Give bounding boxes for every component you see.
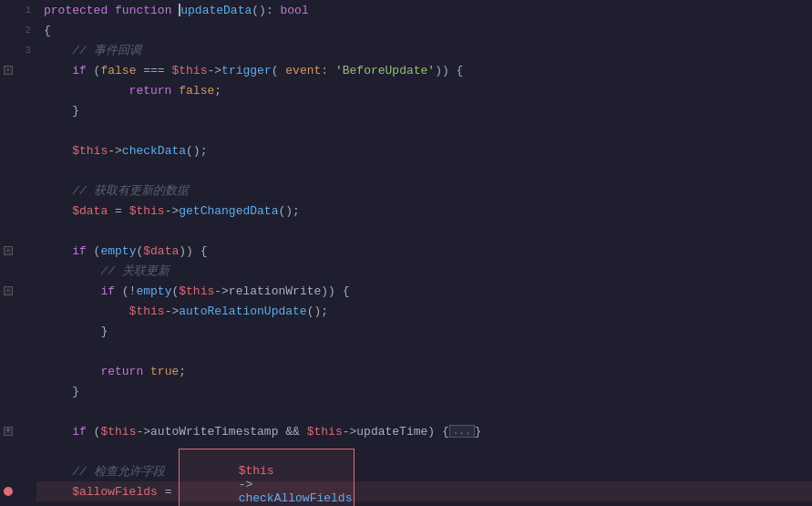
gutter-line-12	[0, 221, 36, 241]
gutter-line-21	[0, 401, 36, 421]
code-line-1: protected function updateData (): bool	[36, 0, 812, 20]
gutter-line-14	[0, 261, 36, 281]
gutter-line-15: -	[0, 281, 36, 301]
gutter-line-19	[0, 361, 36, 381]
gutter-line-16	[0, 301, 36, 321]
highlighted-expression: $this -> checkAllowFields ();	[179, 449, 355, 506]
gutter-line-22: +	[0, 421, 36, 441]
gutter-line-6	[0, 100, 36, 120]
gutter-line-23	[0, 441, 36, 461]
gutter-line-17	[0, 321, 36, 341]
gutter-line-4: -	[0, 60, 36, 80]
code-line-14: // 关联更新	[36, 261, 812, 281]
function-name-updateData: updateData	[180, 4, 252, 17]
gutter-line-20	[0, 381, 36, 401]
code-line-21	[36, 401, 812, 421]
code-line-5: return false ;	[36, 80, 812, 100]
fold-marker-15[interactable]: -	[4, 286, 13, 295]
keyword-protected: protected	[44, 4, 108, 17]
code-line-8: $this -> checkData ();	[36, 140, 812, 160]
gutter-line-25	[0, 481, 36, 501]
code-line-22: if ( $this ->autoWriteTimestamp && $this…	[36, 421, 812, 441]
code-line-18	[36, 341, 812, 361]
gutter-line-2: 2	[0, 20, 36, 40]
breakpoint-25[interactable]	[4, 487, 13, 496]
gutter-line-1: 1	[0, 0, 36, 20]
gutter-line-11	[0, 201, 36, 221]
code-line-12	[36, 221, 812, 241]
gutter-line-9	[0, 160, 36, 181]
gutter-line-24	[0, 461, 36, 481]
code-line-23	[36, 441, 812, 461]
gutter-line-8	[0, 140, 36, 160]
code-line-19: return true ;	[36, 361, 812, 381]
code-line-10: // 获取有更新的数据	[36, 181, 812, 201]
gutter-line-18	[0, 341, 36, 361]
code-editor: 1 2 3 - - - +	[0, 0, 812, 506]
gutter-line-3: 3	[0, 40, 36, 60]
gutter-line-7	[0, 120, 36, 140]
keyword-bool: bool	[281, 4, 309, 17]
code-line-9	[36, 160, 812, 181]
code-line-2: {	[36, 20, 812, 40]
code-line-20: }	[36, 381, 812, 401]
code-line-25: $allowFields = $this -> checkAllowFields…	[36, 481, 812, 501]
code-line-7	[36, 120, 812, 140]
fold-marker-22[interactable]: +	[4, 427, 13, 436]
code-line-16: $this -> autoRelationUpdate ();	[36, 301, 812, 321]
code-line-11: $data = $this -> getChangedData ();	[36, 201, 812, 221]
folded-block-indicator[interactable]: ...	[449, 425, 475, 438]
code-line-4: if ( false === $this -> trigger ( event:…	[36, 60, 812, 80]
fold-marker-13[interactable]: -	[4, 246, 13, 255]
fold-marker-4[interactable]: -	[4, 66, 13, 75]
code-line-13: if ( empty ( $data )) {	[36, 241, 812, 261]
code-line-17: }	[36, 321, 812, 341]
line-numbers: 1 2 3 - - - +	[0, 0, 36, 506]
code-line-6: }	[36, 100, 812, 120]
gutter-line-13: -	[0, 241, 36, 261]
keyword-function: function	[115, 4, 171, 17]
gutter-line-5	[0, 80, 36, 100]
code-line-3: // 事件回调	[36, 40, 812, 60]
gutter-line-10	[0, 181, 36, 201]
code-content[interactable]: protected function updateData (): bool {…	[36, 0, 812, 506]
code-line-24: // 检查允许字段	[36, 461, 812, 481]
code-line-15: if (! empty ( $this ->relationWrite)) {	[36, 281, 812, 301]
